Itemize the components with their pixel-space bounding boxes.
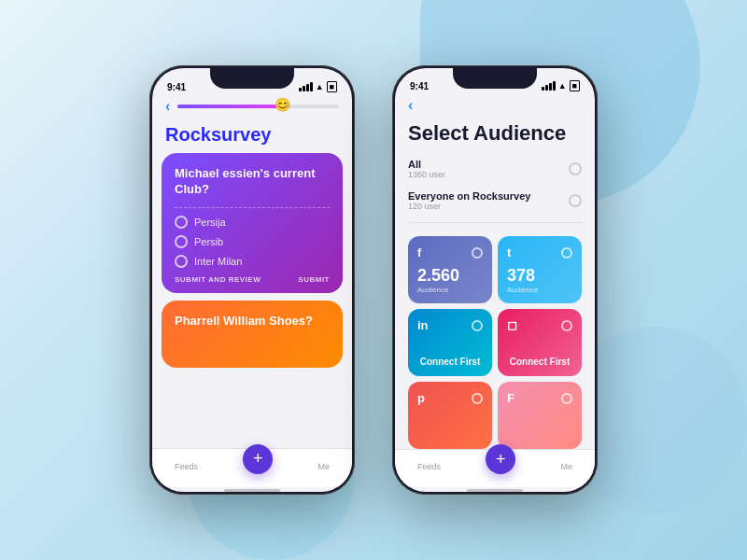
audience-section: All 1360 user Everyone on Rocksurvey 120… <box>395 153 595 217</box>
wifi-icon-right: ▲ <box>558 81 567 91</box>
instagram-radio <box>561 320 572 331</box>
time-right: 9:41 <box>410 81 429 91</box>
submit-review-button[interactable]: SUBMIT AND REVIEW <box>175 275 261 284</box>
bottom-nav-right: Feeds + Me <box>395 449 595 487</box>
audience-option-all[interactable]: All 1360 user <box>408 153 582 185</box>
wifi-icon: ▲ <box>316 82 324 91</box>
foursquare-card[interactable]: F <box>498 382 582 449</box>
card-footer: SUBMIT AND REVIEW SUBMIT <box>175 275 330 284</box>
status-icons-right: ▲ ■ <box>542 80 580 91</box>
foursquare-radio <box>561 393 572 404</box>
progress-fill: 😊 <box>177 105 282 108</box>
twitter-label: Audience <box>507 286 572 294</box>
facebook-card[interactable]: f 2.560 Audience <box>408 236 492 303</box>
audience-all-info: All 1360 user <box>408 159 445 179</box>
battery-icon-right: ■ <box>570 80 580 91</box>
facebook-radio <box>472 247 483 259</box>
signal-icon <box>299 82 313 91</box>
right-header: ‹ <box>395 93 595 119</box>
rocksurvey-title: Rocksurvey <box>152 120 352 153</box>
audience-everyone-sub: 120 user <box>408 202 530 211</box>
pinterest-radio <box>472 393 483 404</box>
social-grid: f 2.560 Audience t 378 <box>395 229 595 449</box>
time-left: 9:41 <box>167 82 186 92</box>
pinterest-card[interactable]: p <box>408 382 492 449</box>
pinterest-icon: p <box>417 391 425 405</box>
nav-plus-left[interactable]: + <box>243 444 273 474</box>
divider <box>408 222 582 223</box>
question-card: Michael essien's current Club? Persija P… <box>162 153 343 293</box>
twitter-radio <box>561 247 572 259</box>
next-question-card: Pharrell William Shoes? <box>162 301 343 368</box>
audience-everyone-info: Everyone on Rocksurvey 120 user <box>408 190 530 211</box>
audience-option-everyone[interactable]: Everyone on Rocksurvey 120 user <box>408 185 582 217</box>
nav-feeds-left[interactable]: Feeds <box>175 462 198 471</box>
nav-plus-right[interactable]: + <box>486 444 515 474</box>
next-question-text: Pharrell William Shoes? <box>175 314 330 329</box>
instagram-connect-label: Connect First <box>507 342 572 367</box>
option-persib[interactable]: Persib <box>175 235 330 248</box>
nav-me-left[interactable]: Me <box>317 462 330 471</box>
option-radio-1 <box>175 216 188 229</box>
facebook-count: 2.560 <box>417 266 483 286</box>
progress-bar: 😊 <box>177 105 339 108</box>
facebook-label: Audience <box>417 286 483 294</box>
twitter-count: 378 <box>507 266 572 286</box>
twitter-icon: t <box>507 245 511 259</box>
home-indicator-left <box>224 489 280 492</box>
notch-right <box>453 68 537 89</box>
linkedin-connect-label: Connect First <box>417 342 483 367</box>
home-indicator-right <box>467 489 523 492</box>
audience-all-sub: 1360 user <box>408 170 445 179</box>
audience-all-radio <box>569 162 582 175</box>
option-radio-3 <box>175 255 188 268</box>
notch-left <box>210 68 294 89</box>
nav-me-right[interactable]: Me <box>560 462 572 471</box>
option-label-3: Inter Milan <box>194 256 242 267</box>
instagram-icon: ◻ <box>507 318 517 332</box>
battery-icon: ■ <box>327 81 337 92</box>
option-persija[interactable]: Persija <box>175 216 330 229</box>
twitter-card[interactable]: t 378 Audience <box>498 236 582 303</box>
signal-icon-right <box>542 81 556 91</box>
audience-everyone-radio <box>569 194 582 207</box>
option-radio-2 <box>175 235 188 248</box>
foursquare-icon: F <box>507 391 514 405</box>
audience-all-label: All <box>408 159 445 170</box>
select-audience-title: Select Audience <box>395 119 595 153</box>
submit-button[interactable]: SUBMIT <box>298 275 330 284</box>
audience-everyone-label: Everyone on Rocksurvey <box>408 190 530 202</box>
back-button-left[interactable]: ‹ <box>165 98 170 115</box>
question-text: Michael essien's current Club? <box>175 166 330 198</box>
left-phone: 9:41 ▲ ■ ‹ 😊 <box>149 65 355 495</box>
right-phone: 9:41 ▲ ■ ‹ Select Audience <box>392 65 598 495</box>
linkedin-radio <box>472 320 483 331</box>
bottom-nav-left: Feeds + Me <box>152 448 352 487</box>
option-inter-milan[interactable]: Inter Milan <box>175 255 330 268</box>
instagram-card[interactable]: ◻ Connect First <box>498 309 582 376</box>
option-label-1: Persija <box>194 217 226 228</box>
status-icons-left: ▲ ■ <box>299 81 337 92</box>
option-label-2: Persib <box>194 236 223 247</box>
linkedin-icon: in <box>417 318 429 332</box>
progress-emoji: 😊 <box>275 97 290 112</box>
linkedin-card[interactable]: in Connect First <box>408 309 492 376</box>
back-button-right[interactable]: ‹ <box>408 97 413 113</box>
nav-feeds-right[interactable]: Feeds <box>417 462 441 471</box>
left-header: ‹ 😊 <box>152 94 352 120</box>
facebook-icon: f <box>417 245 421 259</box>
question-divider <box>175 207 330 208</box>
